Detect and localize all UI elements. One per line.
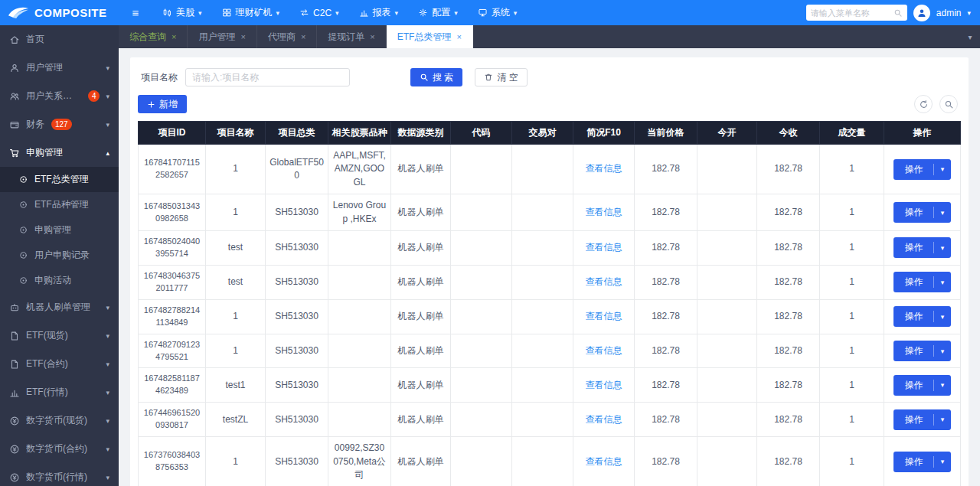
row-action-button[interactable]: 操作▾ bbox=[893, 375, 952, 396]
tab-agent[interactable]: 代理商× bbox=[257, 25, 317, 48]
cell-action: 操作▾ bbox=[884, 145, 961, 194]
tab-etf-category-management[interactable]: ETF总类管理× bbox=[387, 25, 473, 48]
close-icon[interactable]: × bbox=[172, 32, 176, 41]
cell-action: 操作▾ bbox=[884, 194, 961, 231]
clear-button[interactable]: 清 空 bbox=[475, 68, 527, 86]
cell-category: SH513030 bbox=[266, 230, 328, 265]
row-action-button[interactable]: 操作▾ bbox=[893, 237, 952, 258]
plus-icon bbox=[147, 100, 155, 109]
view-info-link[interactable]: 查看信息 bbox=[586, 207, 622, 217]
close-icon[interactable]: × bbox=[240, 32, 245, 41]
sidebar-item-crypto-spot[interactable]: 数字货币(现货)▾ bbox=[0, 406, 119, 435]
tabs-overflow-button[interactable]: ▾ bbox=[960, 25, 980, 48]
action-label: 操作 bbox=[893, 163, 933, 176]
project-name-input[interactable] bbox=[185, 68, 350, 86]
sidebar-item-label: ETF(合约) bbox=[26, 357, 68, 370]
sidebar-item-home[interactable]: 首页 bbox=[0, 25, 119, 54]
user-name[interactable]: admin bbox=[936, 8, 962, 18]
row-action-button[interactable]: 操作▾ bbox=[893, 409, 952, 430]
search-button[interactable]: 搜 索 bbox=[410, 68, 462, 86]
view-info-link[interactable]: 查看信息 bbox=[586, 380, 622, 390]
column-header: 项目ID bbox=[139, 122, 206, 145]
menu-search-input[interactable] bbox=[811, 8, 890, 18]
row-action-button[interactable]: 操作▾ bbox=[893, 306, 952, 327]
sidebar-item-etf-contract[interactable]: ETF(合约)▾ bbox=[0, 350, 119, 378]
row-action-button[interactable]: 操作▾ bbox=[893, 159, 952, 180]
add-button[interactable]: 新增 bbox=[138, 95, 187, 113]
tab-comprehensive-query[interactable]: 综合查询× bbox=[119, 25, 188, 48]
brand-name: COMPOSITE bbox=[34, 6, 107, 19]
column-header: 今开 bbox=[697, 122, 757, 145]
close-icon[interactable]: × bbox=[456, 32, 461, 41]
cell-open bbox=[697, 230, 757, 265]
sidebar-item-etf-category-management[interactable]: ETF总类管理 bbox=[0, 167, 119, 192]
view-info-link[interactable]: 查看信息 bbox=[586, 414, 622, 425]
tab-user-management[interactable]: 用户管理× bbox=[188, 25, 256, 48]
cell-category: SH513030 bbox=[266, 334, 328, 368]
sidebar-item-subscription[interactable]: 申购管理 bbox=[0, 217, 119, 243]
chevron-down-icon[interactable]: ▾ bbox=[967, 9, 971, 17]
sidebar-item-robot-order-management[interactable]: 机器人刷单管理▾ bbox=[0, 293, 119, 321]
cell-category: SH513030 bbox=[266, 194, 328, 231]
column-header: 交易对 bbox=[512, 122, 573, 145]
sidebar-item-etf-spot[interactable]: ETF(现货)▾ bbox=[0, 321, 119, 350]
menu-toggle-icon[interactable]: ≡ bbox=[119, 6, 152, 19]
sidebar-item-user-relation-management[interactable]: 用户关系管理4▾ bbox=[0, 82, 119, 110]
coin-icon bbox=[9, 416, 20, 426]
topnav-us-stocks[interactable]: 美股▾ bbox=[152, 0, 212, 25]
action-label: 操作 bbox=[893, 455, 933, 468]
topnav-label: 系统 bbox=[492, 6, 510, 19]
cell-action: 操作▾ bbox=[884, 437, 961, 486]
zoom-button[interactable] bbox=[939, 95, 958, 113]
cell-close: 182.78 bbox=[757, 368, 820, 403]
cell-pair bbox=[512, 230, 573, 265]
sidebar-item-crypto-contract[interactable]: 数字货币(合约)▾ bbox=[0, 435, 119, 463]
topnav-system[interactable]: 系统▾ bbox=[468, 0, 528, 25]
search-icon[interactable] bbox=[893, 8, 903, 18]
chevron-down-icon: ▾ bbox=[198, 9, 202, 17]
sidebar-item-crypto-quotes[interactable]: 数字货币(行情)▾ bbox=[0, 463, 119, 486]
view-info-link[interactable]: 查看信息 bbox=[586, 242, 622, 253]
cell-close: 182.78 bbox=[757, 265, 820, 299]
refresh-button[interactable] bbox=[914, 95, 933, 113]
view-info-link[interactable]: 查看信息 bbox=[586, 345, 622, 356]
sidebar-item-etf-variety-management[interactable]: ETF品种管理 bbox=[0, 192, 119, 217]
close-icon[interactable]: × bbox=[301, 32, 305, 41]
sidebar-item-subscription-management[interactable]: 申购管理▴ bbox=[0, 139, 119, 167]
sidebar-item-etf-quotes[interactable]: ETF(行情)▾ bbox=[0, 378, 119, 406]
cell-price: 182.78 bbox=[635, 368, 697, 403]
row-action-button[interactable]: 操作▾ bbox=[893, 341, 952, 361]
view-info-link[interactable]: 查看信息 bbox=[586, 163, 622, 174]
sidebar-item-finance[interactable]: 财务127▾ bbox=[0, 110, 119, 139]
cell-close: 182.78 bbox=[757, 437, 820, 486]
topnav-reports[interactable]: 报表▾ bbox=[349, 0, 409, 25]
topnav-c2c[interactable]: C2C▾ bbox=[289, 0, 349, 25]
view-info-link[interactable]: 查看信息 bbox=[586, 276, 622, 287]
avatar[interactable] bbox=[913, 5, 930, 21]
tab-withdraw-orders[interactable]: 提现订单× bbox=[317, 25, 386, 48]
cell-pair bbox=[512, 437, 573, 486]
cell-f10: 查看信息 bbox=[573, 299, 635, 334]
sidebar-item-user-management[interactable]: 用户管理▾ bbox=[0, 54, 119, 82]
table-row: 1674825811874623489test1SH513030机器人刷单查看信… bbox=[139, 368, 961, 403]
row-action-button[interactable]: 操作▾ bbox=[893, 452, 952, 472]
brand-logo[interactable]: COMPOSITE bbox=[0, 6, 119, 19]
row-action-button[interactable]: 操作▾ bbox=[893, 202, 952, 223]
cell-volume: 1 bbox=[820, 334, 884, 368]
chevron-down-icon: ▾ bbox=[395, 9, 399, 17]
chevron-down-icon: ▾ bbox=[934, 347, 952, 355]
doc-icon bbox=[9, 331, 20, 341]
sidebar-item-user-subscription-records[interactable]: 用户申购记录 bbox=[0, 243, 119, 268]
tab-label: 提现订单 bbox=[328, 31, 364, 44]
cell-category: SH513030 bbox=[266, 437, 328, 486]
sidebar-item-subscription-activity[interactable]: 申购活动 bbox=[0, 268, 119, 293]
cell-name: 1 bbox=[206, 334, 266, 368]
close-icon[interactable]: × bbox=[370, 32, 374, 41]
cell-pair bbox=[512, 334, 573, 368]
row-action-button[interactable]: 操作▾ bbox=[893, 272, 952, 292]
topnav-wealth-miner[interactable]: 理财矿机▾ bbox=[212, 0, 290, 25]
topnav-config[interactable]: 配置▾ bbox=[408, 0, 468, 25]
view-info-link[interactable]: 查看信息 bbox=[586, 311, 622, 321]
chart-icon bbox=[9, 387, 20, 398]
view-info-link[interactable]: 查看信息 bbox=[586, 456, 622, 467]
